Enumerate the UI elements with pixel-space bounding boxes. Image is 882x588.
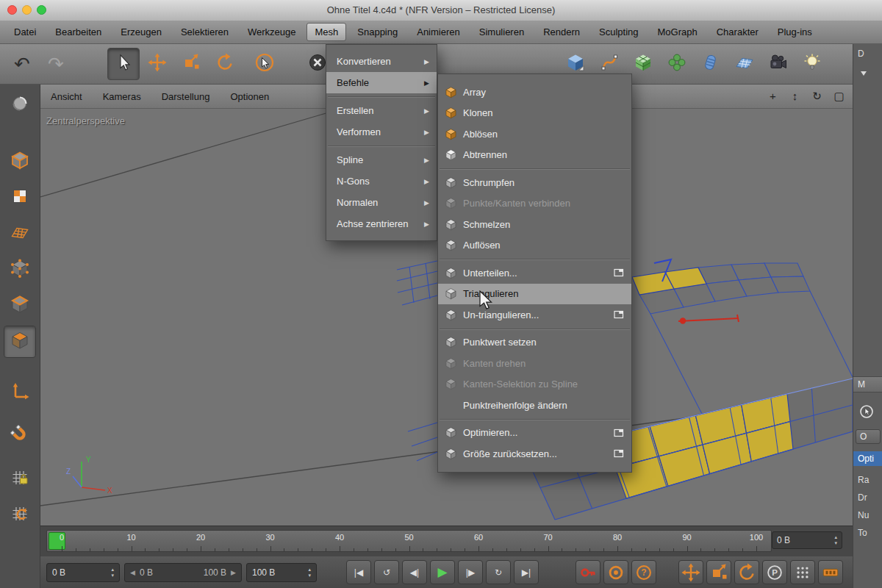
animation-help-button[interactable]: ? [631, 560, 656, 584]
record-rotation-toggle[interactable] [734, 560, 759, 584]
befehle-item-schrumpfen[interactable]: Schrumpfen [438, 172, 631, 193]
camera-rotate-icon[interactable]: ↻ [808, 87, 826, 105]
mesh-menu-item-achse-zentrieren[interactable]: Achse zentrieren▶ [326, 213, 437, 234]
befehle-item-array[interactable]: Array [438, 82, 631, 103]
menu-rendern[interactable]: Rendern [535, 23, 588, 41]
scale-tool[interactable] [175, 48, 207, 80]
add-environment-button[interactable] [728, 48, 761, 80]
range-left-arrow-icon[interactable]: ◀ [130, 569, 135, 576]
right-panel-fragment-o[interactable]: O [856, 429, 881, 444]
right-panel-fragment-m[interactable]: M [853, 376, 882, 392]
menu-erzeugen[interactable]: Erzeugen [112, 23, 170, 41]
make-editable-button[interactable] [4, 89, 36, 121]
record-keyframe-button[interactable] [576, 560, 600, 584]
toggle-view-icon[interactable]: ▢ [830, 87, 848, 105]
viewport-menu-darstellung[interactable]: Darstellung [162, 91, 210, 102]
stepper-arrows-icon[interactable]: ▴▾ [834, 534, 837, 545]
next-frame-button[interactable]: |▶ [458, 560, 483, 584]
menu-simulieren[interactable]: Simulieren [471, 23, 532, 41]
record-position-toggle[interactable] [678, 560, 703, 584]
redo-button[interactable]: ↷ [40, 48, 72, 80]
menu-werkzeuge[interactable]: Werkzeuge [240, 23, 304, 41]
timeline-frame-field[interactable]: 0 B ▴▾ [772, 531, 842, 549]
viewport-menu-ansicht[interactable]: Ansicht [51, 91, 82, 102]
befehle-item-schmelzen[interactable]: Schmelzen [438, 214, 631, 235]
camera-pan-icon[interactable]: + [764, 87, 782, 105]
befehle-item-optimieren[interactable]: Optimieren... [438, 423, 631, 444]
current-frame-field[interactable]: 0 B ▴▾ [46, 563, 120, 582]
befehle-item-abtrennen[interactable]: Abtrennen [438, 145, 631, 166]
workplane-mode-button[interactable] [4, 218, 36, 250]
add-deformer-button[interactable] [695, 48, 727, 80]
stepper-arrows-icon[interactable]: ▴▾ [308, 567, 311, 578]
polygons-mode-button[interactable] [4, 326, 36, 358]
menu-selektieren[interactable]: Selektieren [173, 23, 237, 41]
viewport-menu-optionen[interactable]: Optionen [230, 91, 269, 102]
keyframe-selection-button[interactable] [818, 560, 843, 584]
mesh-menu-item-n-gons[interactable]: N-Gons▶ [326, 171, 437, 192]
previous-frame-button[interactable]: ◀| [402, 560, 427, 584]
live-selection-tool[interactable] [107, 48, 140, 80]
menu-datei[interactable]: Datei [6, 23, 44, 41]
next-key-button[interactable]: ↻ [486, 560, 511, 584]
menu-mesh[interactable]: Mesh [306, 23, 346, 41]
record-pla-toggle[interactable] [790, 560, 815, 584]
mesh-menu-item-spline[interactable]: Spline▶ [326, 149, 437, 171]
record-parameter-toggle[interactable]: P [762, 560, 787, 584]
go-to-end-button[interactable]: ▶| [514, 560, 539, 584]
autokeying-button[interactable] [603, 560, 628, 584]
befehle-item-klonen[interactable]: Klonen [438, 103, 631, 124]
befehle-item-punktreihenfolge-ändern[interactable]: Punktreihenfolge ändern [438, 395, 631, 416]
lock-workplane-button[interactable] [4, 463, 36, 495]
timeline-ruler[interactable]: 0102030405060708090100 [46, 530, 772, 552]
range-right-arrow-icon[interactable]: ▶ [231, 569, 236, 576]
end-frame-field[interactable]: 100 B ▴▾ [246, 563, 317, 582]
menu-animieren[interactable]: Animieren [409, 23, 468, 41]
previous-key-button[interactable]: ↺ [374, 560, 399, 584]
menu-bearbeiten[interactable]: Bearbeiten [47, 23, 110, 41]
quantize-button[interactable] [4, 499, 36, 531]
add-camera-button[interactable] [762, 48, 795, 80]
menu-plug-ins[interactable]: Plug-ins [770, 23, 820, 41]
gray-cube-icon [444, 239, 457, 252]
panel-triangle-icon[interactable] [859, 68, 868, 81]
add-array-button[interactable] [661, 48, 693, 80]
befehle-item-triangulieren[interactable]: Triangulieren [438, 284, 631, 305]
record-scale-toggle[interactable] [706, 560, 731, 584]
menu-snapping[interactable]: Snapping [349, 23, 406, 41]
go-to-start-button[interactable]: |◀ [346, 560, 371, 584]
befehle-item-un-triangulieren[interactable]: Un-triangulieren... [438, 304, 631, 326]
right-panel-fragment-opti[interactable]: Opti [853, 451, 882, 466]
befehle-item-punktwert-setzen[interactable]: Punktwert setzen [438, 332, 631, 354]
points-mode-button[interactable] [4, 254, 36, 286]
menu-mograph[interactable]: MoGraph [650, 23, 706, 41]
viewport-menu-kameras[interactable]: Kameras [103, 91, 141, 102]
befehle-item-größe-zurücksetzen[interactable]: Größe zurücksetzen... [438, 443, 631, 465]
undo-button[interactable]: ↶ [6, 48, 38, 80]
befehle-item-unterteilen[interactable]: Unterteilen... [438, 262, 631, 284]
befehle-item-ablösen[interactable]: Ablösen [438, 123, 631, 145]
axis-mode-button[interactable] [4, 376, 36, 409]
stepper-arrows-icon[interactable]: ▴▾ [111, 567, 114, 578]
mesh-menu-item-normalen[interactable]: Normalen▶ [326, 192, 437, 213]
rotate-tool[interactable] [209, 48, 241, 80]
play-button[interactable]: ▶ [430, 560, 455, 584]
mesh-menu-item-erstellen[interactable]: Erstellen▶ [326, 100, 437, 121]
last-tool-used[interactable] [248, 48, 281, 80]
texture-mode-button[interactable] [4, 182, 36, 214]
model-mode-button[interactable] [4, 146, 36, 178]
mesh-menu-item-befehle[interactable]: Befehle▶ [326, 72, 437, 93]
edges-mode-button[interactable] [4, 290, 36, 322]
befehle-item-kanten-drehen: Kanten drehen [438, 353, 631, 374]
move-tool[interactable] [141, 48, 173, 80]
mesh-menu-item-konvertieren[interactable]: Konvertieren▶ [326, 51, 437, 72]
panel-cursor-icon[interactable] [859, 404, 874, 422]
add-light-button[interactable] [796, 48, 828, 80]
snap-toggle-button[interactable] [4, 420, 36, 452]
camera-zoom-icon[interactable]: ↕ [786, 87, 804, 105]
menu-sculpting[interactable]: Sculpting [591, 23, 646, 41]
befehle-item-auflösen[interactable]: Auflösen [438, 235, 631, 257]
menu-charakter[interactable]: Charakter [709, 23, 767, 41]
mesh-menu-item-verformen[interactable]: Verformen▶ [326, 121, 437, 143]
preview-range-field[interactable]: ◀ 0 B 100 B ▶ [124, 563, 242, 582]
